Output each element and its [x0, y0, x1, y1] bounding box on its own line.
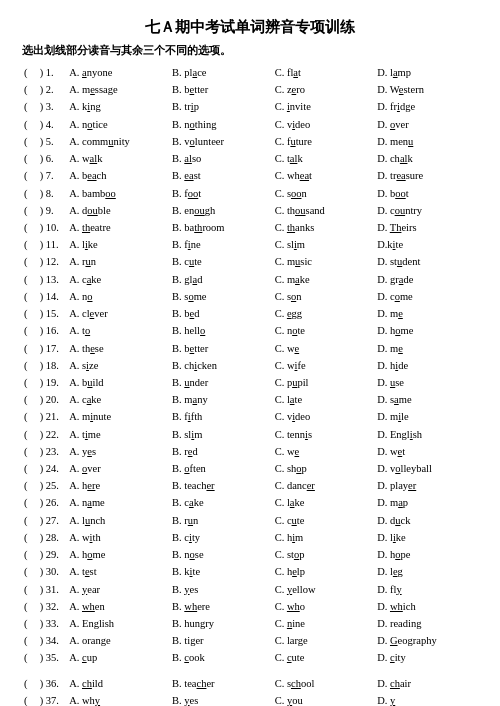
option-c: C. lake — [273, 494, 376, 511]
option-a: A. double — [67, 202, 170, 219]
bracket: ( — [22, 675, 38, 692]
bracket: ( — [22, 253, 38, 270]
option-d: D. me — [375, 340, 478, 357]
table-row: () 30.A. testB. kiteC. helpD. leg — [22, 563, 478, 580]
option-a: A. no — [67, 288, 170, 305]
table-row: () 35.A. cupB. cookC. cuteD. city — [22, 649, 478, 666]
table-row: () 21.A. minuteB. fifthC. videoD. mile — [22, 408, 478, 425]
bracket: ( — [22, 98, 38, 115]
option-c: C. make — [273, 271, 376, 288]
option-c: C. invite — [273, 98, 376, 115]
option-a: A. cake — [67, 391, 170, 408]
option-a: A. minute — [67, 408, 170, 425]
bracket: ( — [22, 219, 38, 236]
option-b: B. better — [170, 81, 273, 98]
option-a: A. when — [67, 598, 170, 615]
option-c: C. him — [273, 529, 376, 546]
option-d: D. Geography — [375, 632, 478, 649]
bracket: ( — [22, 563, 38, 580]
question-number: ) 32. — [38, 598, 67, 615]
option-b: B. some — [170, 288, 273, 305]
question-number: ) 9. — [38, 202, 67, 219]
bracket: ( — [22, 615, 38, 632]
option-c: C. pupil — [273, 374, 376, 391]
bracket: ( — [22, 305, 38, 322]
option-b: B. hungry — [170, 615, 273, 632]
option-c: C. shop — [273, 460, 376, 477]
option-b: B. volunteer — [170, 133, 273, 150]
question-number: ) 14. — [38, 288, 67, 305]
question-number: ) 6. — [38, 150, 67, 167]
question-number: ) 33. — [38, 615, 67, 632]
option-d: D. city — [375, 649, 478, 666]
question-number: ) 26. — [38, 494, 67, 511]
option-b: B. bathroom — [170, 219, 273, 236]
table-row: () 27.A. lunchB. runC. cuteD. duck — [22, 512, 478, 529]
option-a: A. yes — [67, 443, 170, 460]
table-row: () 17.A. theseB. betterC. weD. me — [22, 340, 478, 357]
option-d: D. same — [375, 391, 478, 408]
table-row: () 3.A. kingB. tripC. inviteD. fridge — [22, 98, 478, 115]
option-a: A. test — [67, 563, 170, 580]
option-c: C. stop — [273, 546, 376, 563]
question-number: ) 22. — [38, 426, 67, 443]
bracket: ( — [22, 426, 38, 443]
option-d: D. map — [375, 494, 478, 511]
option-b: B. run — [170, 512, 273, 529]
question-number: ) 29. — [38, 546, 67, 563]
option-d: D. treasure — [375, 167, 478, 184]
option-c: C. who — [273, 598, 376, 615]
table-row: () 33.A. EnglishB. hungryC. nineD. readi… — [22, 615, 478, 632]
table-row: () 23.A. yesB. redC. weD. wet — [22, 443, 478, 460]
option-c: C. wife — [273, 357, 376, 374]
option-b: B. glad — [170, 271, 273, 288]
question-number: ) 5. — [38, 133, 67, 150]
option-c: C. cute — [273, 649, 376, 666]
option-a: A. time — [67, 426, 170, 443]
table-row: () 8.A. bambooB. footC. soonD. boot — [22, 185, 478, 202]
option-d: D. English — [375, 426, 478, 443]
table-row: () 29.A. homeB. noseC. stopD. hope — [22, 546, 478, 563]
bracket: ( — [22, 598, 38, 615]
question-number: ) 16. — [38, 322, 67, 339]
option-a: A. anyone — [67, 64, 170, 81]
table-row: () 25.A. hereB. teacherC. dancerD. playe… — [22, 477, 478, 494]
option-b: B. cook — [170, 649, 273, 666]
bracket: ( — [22, 546, 38, 563]
question-number: ) 30. — [38, 563, 67, 580]
question-number: ) 21. — [38, 408, 67, 425]
option-c: C. yellow — [273, 581, 376, 598]
table-row: () 9.A. doubleB. enoughC. thousandD. cou… — [22, 202, 478, 219]
question-number: ) 18. — [38, 357, 67, 374]
option-d: D. hide — [375, 357, 478, 374]
option-b: B. yes — [170, 581, 273, 598]
question-number: ) 2. — [38, 81, 67, 98]
option-a: A. theatre — [67, 219, 170, 236]
option-b: B. bed — [170, 305, 273, 322]
option-c: C. help — [273, 563, 376, 580]
option-a: A. cake — [67, 271, 170, 288]
question-number: ) 15. — [38, 305, 67, 322]
option-a: A. home — [67, 546, 170, 563]
option-c: C. zero — [273, 81, 376, 98]
page-title: 七Ａ期中考试单词辨音专项训练 — [22, 18, 478, 37]
question-number: ) 8. — [38, 185, 67, 202]
bracket: ( — [22, 185, 38, 202]
option-d: D. student — [375, 253, 478, 270]
bracket: ( — [22, 322, 38, 339]
option-d: D. y — [375, 692, 478, 706]
option-d: D. hope — [375, 546, 478, 563]
table-row: () 32.A. whenB. whereC. whoD. which — [22, 598, 478, 615]
question-number: ) 10. — [38, 219, 67, 236]
option-b: B. city — [170, 529, 273, 546]
option-d: D. boot — [375, 185, 478, 202]
question-number: ) 19. — [38, 374, 67, 391]
option-d: D.kite — [375, 236, 478, 253]
table-row: () 2.A. messageB. betterC. zeroD. Wester… — [22, 81, 478, 98]
option-c: C. thanks — [273, 219, 376, 236]
option-b: B. fine — [170, 236, 273, 253]
question-number: ) 3. — [38, 98, 67, 115]
table-row: () 24.A. overB. oftenC. shopD. volleybal… — [22, 460, 478, 477]
table-row: () 11.A. likeB. fineC. slimD.kite — [22, 236, 478, 253]
option-c: C. you — [273, 692, 376, 706]
